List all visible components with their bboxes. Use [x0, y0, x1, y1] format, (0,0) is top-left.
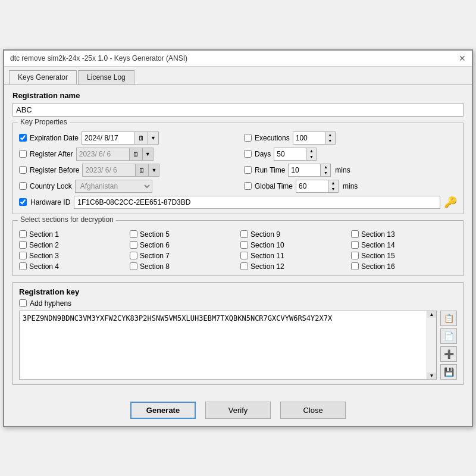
- executions-input[interactable]: [293, 131, 325, 145]
- key-scroll-up-button[interactable]: ▲: [427, 311, 436, 318]
- section-6-label: Section 6: [140, 241, 170, 249]
- add-hyphens-label: Add hyphens: [30, 299, 71, 308]
- key-scroll-down-button[interactable]: ▼: [427, 372, 436, 379]
- list-item: Section 5: [130, 230, 236, 239]
- registration-name-input[interactable]: [12, 103, 464, 117]
- section-5-checkbox[interactable]: [130, 230, 137, 238]
- runtime-up-button[interactable]: ▲: [321, 164, 330, 170]
- list-item: Section 10: [240, 241, 346, 249]
- executions-checkbox[interactable]: [244, 134, 252, 142]
- expiration-date-wrapper: 🗓 ▼: [82, 131, 159, 145]
- executions-up-button[interactable]: ▲: [325, 132, 335, 138]
- hardware-id-input[interactable]: [74, 196, 440, 209]
- list-item: Section 13: [351, 230, 457, 239]
- section-16-checkbox[interactable]: [351, 262, 359, 270]
- section-4-checkbox[interactable]: [19, 262, 27, 270]
- section-8-label: Section 8: [140, 262, 170, 271]
- country-lock-select[interactable]: Afghanistan: [75, 180, 152, 193]
- executions-down-button[interactable]: ▼: [325, 138, 335, 144]
- days-down-button[interactable]: ▼: [306, 154, 316, 160]
- register-after-calendar-icon[interactable]: 🗓: [130, 148, 143, 161]
- reg-key-wrapper: 3PEZ9NDN9BDNC3VM3YXFW2CYK83P2HSNW5VM5XLU…: [19, 311, 457, 380]
- expiration-date-checkbox[interactable]: [19, 134, 27, 142]
- globaltime-up-button[interactable]: ▲: [328, 180, 338, 186]
- globaltime-row: Global Time ▲ ▼ mins: [244, 180, 457, 193]
- section-3-checkbox[interactable]: [19, 252, 27, 259]
- dropdown-arrow-icon: ▼: [151, 135, 156, 141]
- save-button[interactable]: 💾: [440, 364, 457, 380]
- expiration-date-input[interactable]: [82, 131, 135, 145]
- expiration-date-calendar-icon[interactable]: 🗓: [135, 131, 148, 145]
- runtime-down-button[interactable]: ▼: [321, 170, 330, 176]
- paste-button[interactable]: 📄: [440, 328, 457, 344]
- executions-spin-buttons: ▲ ▼: [325, 131, 336, 145]
- expiration-date-row: Expiration Date 🗓 ▼: [19, 131, 232, 145]
- verify-button[interactable]: Verify: [205, 402, 271, 419]
- runtime-input[interactable]: [288, 164, 321, 177]
- section-9-checkbox[interactable]: [240, 230, 248, 238]
- list-item: Section 16: [351, 262, 457, 271]
- days-label: Days: [255, 150, 271, 158]
- section-12-checkbox[interactable]: [240, 262, 248, 270]
- tab-keys-generator[interactable]: Keys Generator: [9, 70, 77, 84]
- close-button[interactable]: Close: [280, 402, 346, 419]
- runtime-label: Run Time: [255, 166, 285, 174]
- list-item: Section 8: [130, 262, 236, 271]
- section-16-label: Section 16: [361, 262, 395, 271]
- section-13-label: Section 13: [361, 230, 395, 239]
- country-lock-checkbox[interactable]: [19, 182, 27, 190]
- key-properties-group: Key Properties Expiration Date 🗓: [12, 123, 464, 214]
- days-input[interactable]: [274, 148, 306, 161]
- sections-group: Select sections for decryption Section 1…: [12, 220, 464, 276]
- globaltime-input[interactable]: [296, 180, 328, 193]
- section-6-checkbox[interactable]: [130, 241, 137, 249]
- close-icon[interactable]: ✕: [459, 54, 466, 62]
- section-8-checkbox[interactable]: [130, 262, 137, 270]
- list-item: Section 4: [19, 262, 125, 271]
- tab-license-log[interactable]: License Log: [78, 70, 134, 84]
- executions-label: Executions: [255, 134, 290, 142]
- key-actions: 📋 📄 ➕ 💾: [440, 311, 457, 380]
- days-spin: ▲ ▼: [274, 148, 317, 161]
- register-after-checkbox[interactable]: [19, 150, 27, 158]
- section-11-checkbox[interactable]: [240, 252, 248, 259]
- section-13-checkbox[interactable]: [351, 230, 359, 238]
- hardware-id-checkbox[interactable]: [19, 198, 27, 206]
- section-2-checkbox[interactable]: [19, 241, 27, 249]
- section-10-label: Section 10: [250, 241, 284, 249]
- key-scrollbar: ▲ ▼: [427, 311, 436, 379]
- section-7-checkbox[interactable]: [130, 252, 137, 259]
- register-before-label: Register Before: [30, 166, 79, 174]
- key-icon[interactable]: 🔑: [444, 196, 457, 209]
- register-before-input[interactable]: [82, 164, 136, 177]
- register-before-checkbox[interactable]: [19, 166, 27, 174]
- registration-key-textarea[interactable]: 3PEZ9NDN9BDNC3VM3YXFW2CYK83P2HSNW5VM5XLU…: [20, 311, 427, 379]
- list-item: Section 1: [19, 230, 125, 239]
- section-15-checkbox[interactable]: [351, 252, 359, 259]
- section-2-label: Section 2: [29, 241, 59, 249]
- globaltime-mins-label: mins: [343, 182, 358, 190]
- register-before-dropdown-icon[interactable]: ▼: [149, 164, 159, 177]
- add-hyphens-checkbox[interactable]: [19, 299, 27, 307]
- section-1-label: Section 1: [29, 230, 59, 239]
- add-button[interactable]: ➕: [440, 346, 457, 362]
- section-14-checkbox[interactable]: [351, 241, 359, 249]
- globaltime-down-button[interactable]: ▼: [328, 186, 338, 192]
- register-before-calendar-icon[interactable]: 🗓: [136, 164, 149, 177]
- section-12-label: Section 12: [250, 262, 284, 271]
- add-hyphens-row: Add hyphens: [19, 299, 457, 308]
- register-after-dropdown-icon[interactable]: ▼: [143, 148, 154, 161]
- globaltime-checkbox[interactable]: [244, 182, 252, 190]
- copy-button[interactable]: 📋: [440, 311, 457, 326]
- globaltime-spin: ▲ ▼: [296, 180, 339, 193]
- section-10-checkbox[interactable]: [240, 241, 248, 249]
- country-lock-row: Country Lock Afghanistan: [19, 180, 232, 193]
- main-window: dtc remove sim2k-24x -25x 1.0 - Keys Gen…: [3, 49, 473, 427]
- register-after-input[interactable]: [76, 148, 130, 161]
- expiration-date-dropdown-icon[interactable]: ▼: [148, 131, 159, 145]
- generate-button[interactable]: Generate: [130, 402, 196, 419]
- days-checkbox[interactable]: [244, 150, 252, 158]
- runtime-checkbox[interactable]: [244, 166, 252, 174]
- section-1-checkbox[interactable]: [19, 230, 27, 238]
- days-up-button[interactable]: ▲: [306, 148, 316, 154]
